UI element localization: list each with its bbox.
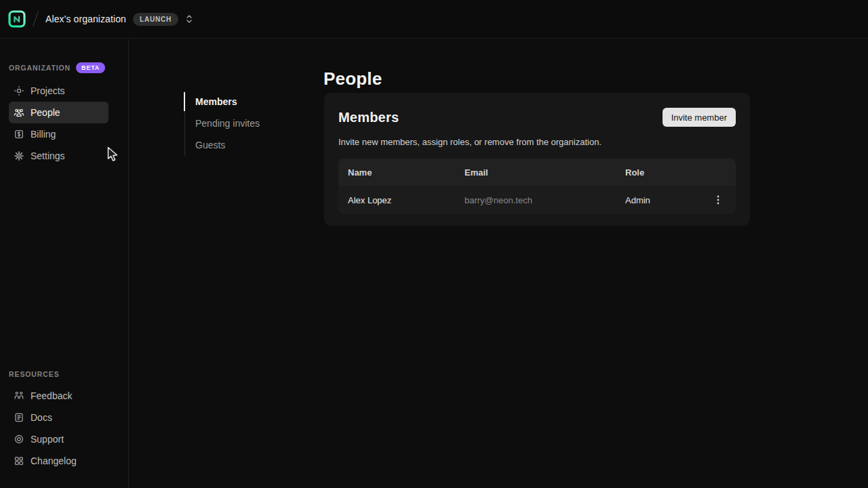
column-header-email: Email [455,167,616,178]
members-table: Name Email Role Alex Lopez barry@neon.te… [338,159,736,214]
breadcrumb-separator [33,11,38,26]
member-name: Alex Lopez [338,195,455,205]
sidebar-item-feedback[interactable]: Feedback [9,385,108,407]
grid-icon [14,455,24,466]
sidebar-item-label: Feedback [31,390,72,401]
document-icon [14,412,24,423]
people-icon [14,107,24,118]
org-switcher[interactable]: Alex's organization LAUNCH [45,13,193,26]
invite-member-button[interactable]: Invite member [663,108,736,127]
feedback-icon [14,390,24,401]
lifebuoy-icon [14,434,24,445]
subnav-item-members[interactable]: Members [184,91,286,113]
sidebar-item-label: Support [31,434,64,445]
member-email: barry@neon.tech [455,195,616,205]
topbar: Alex's organization LAUNCH [0,0,868,39]
members-card-title: Members [338,110,399,125]
sidebar-item-projects[interactable]: Projects [9,80,108,102]
org-section-header: ORGANIZATION BETA [9,62,128,73]
sidebar-item-support[interactable]: Support [9,428,108,450]
column-header-name: Name [338,167,455,178]
page-title: People [323,68,382,89]
resources-section-label: RESOURCES [9,370,60,378]
beta-badge: BETA [76,62,105,73]
members-card-header: Members Invite member [338,108,736,127]
sidebar: ORGANIZATION BETA Projects People [0,39,129,488]
resources-section-header: RESOURCES [9,370,128,378]
resources-nav: Feedback Docs Support [0,385,128,472]
table-row: Alex Lopez barry@neon.tech Admin [338,186,736,214]
people-subnav: Members Pending invites Guests [184,91,286,156]
org-nav: Projects People Billing [0,80,128,167]
subnav-item-label: Pending invites [195,118,260,129]
sidebar-item-label: Changelog [31,455,77,466]
sidebar-item-billing[interactable]: Billing [9,123,108,145]
sidebar-item-label: Billing [31,129,56,140]
resources-section: RESOURCES Feedback [0,370,128,472]
sidebar-item-people[interactable]: People [9,102,108,123]
members-table-header: Name Email Role [338,159,736,186]
subnav-item-label: Members [195,96,237,107]
neon-logo-icon[interactable] [8,10,26,28]
sidebar-item-settings[interactable]: Settings [9,145,108,167]
chevron-up-down-icon [185,14,193,24]
members-card: Members Invite member Invite new members… [324,93,750,226]
column-header-role: Role [616,167,736,178]
sidebar-item-changelog[interactable]: Changelog [9,450,108,472]
billing-icon [14,129,24,140]
subnav-item-label: Guests [195,140,225,150]
subnav-item-pending-invites[interactable]: Pending invites [184,113,286,134]
subnav-item-guests[interactable]: Guests [184,134,286,156]
projects-icon [14,85,24,96]
sidebar-item-docs[interactable]: Docs [9,407,108,428]
org-section-label: ORGANIZATION [9,64,71,72]
sidebar-item-label: Settings [31,150,65,161]
kebab-icon [717,195,719,205]
row-menu-button[interactable] [711,192,725,208]
gear-icon [14,150,24,161]
sidebar-item-label: Docs [31,412,52,423]
plan-badge: LAUNCH [133,13,178,26]
members-card-description: Invite new members, assign roles, or rem… [338,137,736,148]
sidebar-item-label: Projects [31,85,65,96]
org-name: Alex's organization [45,14,126,24]
sidebar-item-label: People [31,107,60,118]
